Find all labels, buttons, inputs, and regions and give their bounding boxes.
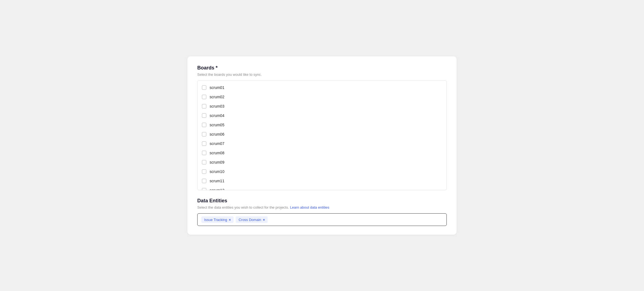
data-entities-subtitle-text: Select the data entities you wish to col… (197, 205, 289, 209)
boards-list-container[interactable]: scrum01scrum02scrum03scrum04scrum05scrum… (197, 80, 447, 190)
learn-about-data-entities-link[interactable]: Learn about data entities (290, 205, 329, 209)
board-label: scrum08 (210, 151, 224, 155)
board-checkbox[interactable] (202, 123, 206, 127)
board-checkbox[interactable] (202, 160, 206, 164)
board-checkbox[interactable] (202, 141, 206, 146)
list-item[interactable]: scrum02 (198, 92, 446, 102)
board-label: scrum04 (210, 113, 224, 118)
board-checkbox[interactable] (202, 95, 206, 99)
board-checkbox[interactable] (202, 132, 206, 136)
list-item[interactable]: scrum11 (198, 176, 446, 186)
boards-subtitle: Select the boards you would like to sync… (197, 72, 447, 77)
board-label: scrum01 (210, 85, 224, 90)
list-item[interactable]: scrum06 (198, 130, 446, 139)
board-label: scrum12 (210, 188, 224, 190)
board-label: scrum11 (210, 179, 224, 183)
entities-selector[interactable]: Issue Tracking×Cross Domain× (197, 213, 447, 226)
entity-tag-label: Cross Domain (238, 218, 261, 222)
board-label: scrum03 (210, 104, 224, 108)
boards-title: Boards * (197, 65, 447, 71)
data-entities-title: Data Entities (197, 198, 447, 204)
board-checkbox[interactable] (202, 188, 206, 190)
board-label: scrum09 (210, 160, 224, 164)
board-label: scrum06 (210, 132, 224, 136)
boards-section: Boards * Select the boards you would lik… (197, 65, 447, 190)
board-label: scrum07 (210, 141, 224, 146)
board-checkbox[interactable] (202, 85, 206, 90)
main-card: Boards * Select the boards you would lik… (187, 56, 457, 235)
entity-tag: Cross Domain× (236, 216, 268, 223)
data-entities-section: Data Entities Select the data entities y… (197, 198, 447, 226)
list-item[interactable]: scrum05 (198, 120, 446, 130)
list-item[interactable]: scrum09 (198, 158, 446, 167)
board-label: scrum05 (210, 123, 224, 127)
entity-tag-remove-button[interactable]: × (263, 218, 265, 222)
list-item[interactable]: scrum08 (198, 148, 446, 158)
entity-tag: Issue Tracking× (201, 216, 234, 223)
board-checkbox[interactable] (202, 169, 206, 174)
data-entities-subtitle: Select the data entities you wish to col… (197, 205, 447, 209)
board-checkbox[interactable] (202, 104, 206, 108)
board-checkbox[interactable] (202, 179, 206, 183)
list-item[interactable]: scrum10 (198, 167, 446, 176)
list-item[interactable]: scrum03 (198, 102, 446, 111)
list-item[interactable]: scrum12 (198, 186, 446, 190)
board-label: scrum02 (210, 95, 224, 99)
board-checkbox[interactable] (202, 151, 206, 155)
list-item[interactable]: scrum04 (198, 111, 446, 120)
entity-tag-remove-button[interactable]: × (229, 218, 231, 222)
board-checkbox[interactable] (202, 113, 206, 118)
entity-tag-label: Issue Tracking (204, 218, 227, 222)
list-item[interactable]: scrum07 (198, 139, 446, 148)
board-label: scrum10 (210, 169, 224, 174)
list-item[interactable]: scrum01 (198, 83, 446, 92)
